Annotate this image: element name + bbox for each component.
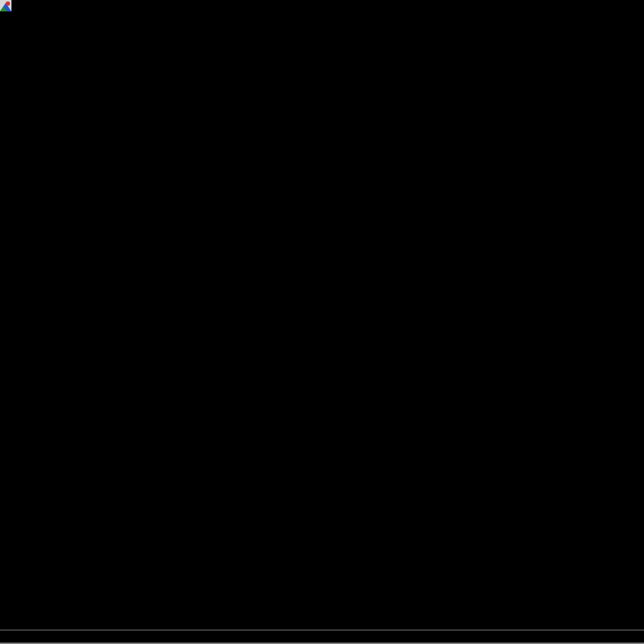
velocity-colorbar (627, 64, 638, 552)
legend-tick-labels (572, 75, 614, 547)
status-bar (0, 630, 644, 644)
radar-display (0, 0, 644, 644)
nexlab-logo-icon (0, 0, 11, 11)
map-overlay-layer (0, 0, 644, 644)
